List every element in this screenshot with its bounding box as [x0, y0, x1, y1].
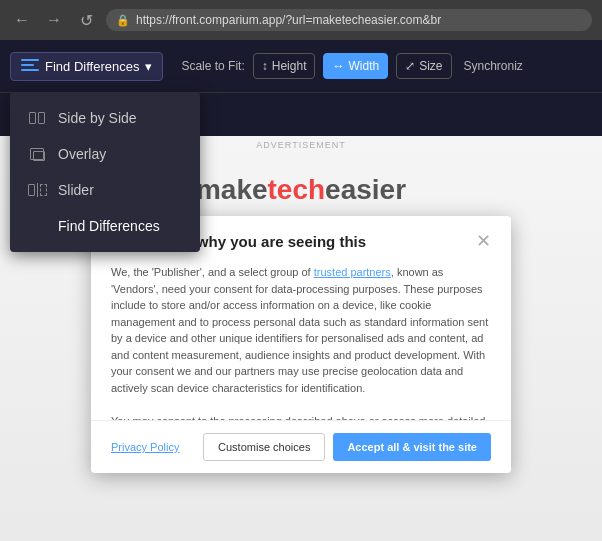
find-differences-button[interactable]: Find Differences ▾: [10, 52, 163, 81]
menu-item-overlay[interactable]: Overlay: [10, 136, 200, 172]
modal-footer: Privacy Policy Customise choices Accept …: [91, 420, 511, 473]
logo-make: make: [196, 174, 268, 205]
modal-body-p2: You may consent to the processing descri…: [111, 413, 491, 421]
width-label: Width: [348, 59, 379, 73]
dropdown-arrow-icon: ▾: [145, 59, 152, 74]
consent-modal: Learn more why you are seeing this ✕ We,…: [91, 216, 511, 473]
url-text: https://front.comparium.app/?url=maketec…: [136, 13, 441, 27]
slider-icon: [26, 182, 48, 198]
slider-label: Slider: [58, 182, 94, 198]
height-icon: ↕: [262, 59, 268, 73]
size-icon: ⤢: [405, 59, 415, 73]
trusted-partners-link[interactable]: trusted partners: [314, 266, 391, 278]
toolbar: Find Differences ▾ Scale to Fit: ↕ Heigh…: [0, 40, 602, 92]
sync-label: Synchroniz: [464, 59, 523, 73]
accept-button[interactable]: Accept all & visit the site: [333, 433, 491, 461]
side-by-side-icon: [26, 110, 48, 126]
modal-close-button[interactable]: ✕: [476, 232, 491, 250]
height-button[interactable]: ↕ Height: [253, 53, 316, 79]
scale-label: Scale to Fit:: [181, 59, 244, 73]
width-button[interactable]: ↔ Width: [323, 53, 388, 79]
modal-buttons: Customise choices Accept all & visit the…: [203, 433, 491, 461]
customise-choices-button[interactable]: Customise choices: [203, 433, 325, 461]
address-bar[interactable]: 🔒 https://front.comparium.app/?url=maket…: [106, 9, 592, 31]
back-button[interactable]: ←: [10, 8, 34, 32]
width-icon: ↔: [332, 59, 344, 73]
find-differences-menu-label: Find Differences: [58, 218, 160, 234]
find-differences-menu-icon: [26, 218, 48, 234]
modal-body: We, the 'Publisher', and a select group …: [91, 260, 511, 420]
menu-item-side-by-side[interactable]: Side by Side: [10, 100, 200, 136]
find-differences-icon: [21, 59, 39, 73]
overlay-label: Overlay: [58, 146, 106, 162]
menu-item-find-differences[interactable]: Find Differences: [10, 208, 200, 244]
height-label: Height: [272, 59, 307, 73]
browser-nav: ← → ↺ 🔒 https://front.comparium.app/?url…: [0, 0, 602, 40]
side-by-side-label: Side by Side: [58, 110, 137, 126]
find-differences-menu: Side by Side Overlay Slider Find Differe…: [10, 92, 200, 252]
find-differences-label: Find Differences: [45, 59, 139, 74]
logo-easier: easier: [325, 174, 406, 205]
privacy-policy-link[interactable]: Privacy Policy: [111, 441, 179, 453]
refresh-button[interactable]: ↺: [74, 8, 98, 32]
modal-body-p1: We, the 'Publisher', and a select group …: [111, 264, 491, 396]
size-button[interactable]: ⤢ Size: [396, 53, 451, 79]
logo-tech: tech: [268, 174, 326, 205]
size-label: Size: [419, 59, 442, 73]
menu-item-slider[interactable]: Slider: [10, 172, 200, 208]
overlay-icon: [26, 146, 48, 162]
forward-button[interactable]: →: [42, 8, 66, 32]
lock-icon: 🔒: [116, 14, 130, 27]
